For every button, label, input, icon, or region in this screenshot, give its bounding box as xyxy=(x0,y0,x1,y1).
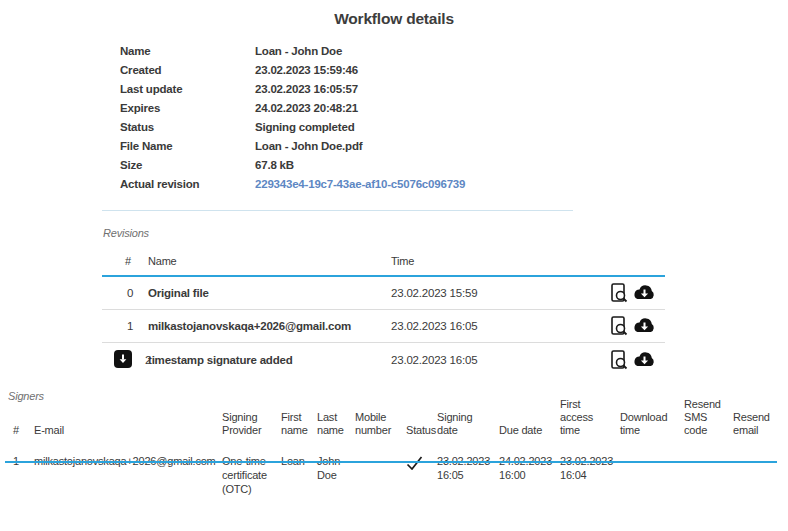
download-square-icon[interactable] xyxy=(114,350,132,368)
detail-row-name: Name Loan - John Doe xyxy=(120,41,580,60)
signer-signing-date: 23.02.2023 16:05 xyxy=(437,445,499,496)
column-header-signing-date: Signing date xyxy=(437,398,499,445)
detail-value: Loan - John Doe xyxy=(255,45,580,57)
document-search-icon[interactable] xyxy=(609,315,629,337)
column-header-first-name: First name xyxy=(281,398,317,445)
signer-provider: One-time certificate (OTC) xyxy=(222,445,281,496)
signer-number: 1 xyxy=(13,445,34,496)
detail-value: Loan - John Doe.pdf xyxy=(255,140,580,152)
document-search-icon[interactable] xyxy=(609,282,629,304)
column-header-resend-sms-code: Resend SMS code xyxy=(684,398,733,445)
document-search-icon[interactable] xyxy=(609,349,629,371)
detail-label: Actual revision xyxy=(120,178,255,190)
actual-revision-link[interactable]: 229343e4-19c7-43ae-af10-c5076c096739 xyxy=(255,178,580,190)
workflow-details-list: Name Loan - John Doe Created 23.02.2023 … xyxy=(120,41,580,193)
section-divider xyxy=(102,210,573,211)
cloud-download-icon[interactable] xyxy=(632,351,657,369)
column-header-name: Name xyxy=(148,255,177,267)
signer-row: 1 milkastojanovskaqa+2026@gmail.com One-… xyxy=(13,445,777,496)
detail-label: Size xyxy=(120,159,255,171)
revision-name: Original file xyxy=(148,277,209,309)
signer-first-name: Loan xyxy=(281,445,317,496)
column-header-status: Status xyxy=(406,398,437,445)
revision-number: 0 xyxy=(122,277,138,309)
detail-row-last-update: Last update 23.02.2023 16:05:57 xyxy=(120,79,580,98)
signer-resend-email xyxy=(733,445,777,496)
revisions-section-label: Revisions xyxy=(103,227,149,239)
cloud-download-icon[interactable] xyxy=(632,317,657,335)
detail-label: Created xyxy=(120,64,255,76)
signer-resend-sms xyxy=(684,445,733,496)
page-title: Workflow details xyxy=(0,10,788,28)
revisions-table-header: # Name Time xyxy=(102,247,665,277)
column-header-email: E-mail xyxy=(34,398,222,445)
revisions-table: # Name Time 0 Original file 23.02.2023 1… xyxy=(102,247,665,376)
detail-row-actual-revision: Actual revision 229343e4-19c7-43ae-af10-… xyxy=(120,174,580,193)
revision-row: 0 Original file 23.02.2023 15:59 xyxy=(102,277,665,310)
detail-row-file-name: File Name Loan - John Doe.pdf xyxy=(120,136,580,155)
revision-time: 23.02.2023 16:05 xyxy=(391,310,477,342)
column-header-time: Time xyxy=(391,255,414,267)
signer-last-name: John Doe xyxy=(317,445,355,496)
revision-name: timestamp signature added xyxy=(148,343,293,376)
column-header-num: # xyxy=(125,255,131,267)
signer-first-access-time: 23.02.2023 16:04 xyxy=(560,445,620,496)
signer-status-cell xyxy=(406,445,437,496)
signer-due-date: 24.02.2023 16:00 xyxy=(499,445,560,496)
signer-mobile: - xyxy=(355,445,406,496)
detail-value: 67.8 kB xyxy=(255,159,580,171)
revision-row: 1 milkastojanovskaqa+2026@gmail.com 23.0… xyxy=(102,310,665,343)
signer-email: milkastojanovskaqa+2026@gmail.com xyxy=(34,445,222,496)
signers-header-underline xyxy=(5,461,777,463)
revision-number: 1 xyxy=(122,310,138,342)
column-header-download-time: Download time xyxy=(620,398,684,445)
detail-label: Status xyxy=(120,121,255,133)
revision-time: 23.02.2023 15:59 xyxy=(391,277,477,309)
detail-label: Last update xyxy=(120,83,255,95)
detail-value: Signing completed xyxy=(255,121,580,133)
revision-time: 23.02.2023 16:05 xyxy=(391,343,477,376)
column-header-num: # xyxy=(13,398,34,445)
detail-label: Expires xyxy=(120,102,255,114)
column-header-signing-provider: Signing Provider xyxy=(222,398,281,445)
workflow-details-page: Workflow details Name Loan - John Doe Cr… xyxy=(0,0,788,531)
detail-value: 23.02.2023 15:59:46 xyxy=(255,64,580,76)
column-header-last-name: Last name xyxy=(317,398,355,445)
detail-label: File Name xyxy=(120,140,255,152)
column-header-first-access-time: First access time xyxy=(560,398,620,445)
revision-row-current: 2 timestamp signature added 23.02.2023 1… xyxy=(102,343,665,376)
detail-value: 23.02.2023 16:05:57 xyxy=(255,83,580,95)
revision-name: milkastojanovskaqa+2026@gmail.com xyxy=(148,310,351,342)
detail-value: 24.02.2023 20:48:21 xyxy=(255,102,580,114)
column-header-resend-email: Resend email xyxy=(733,398,777,445)
detail-row-expires: Expires 24.02.2023 20:48:21 xyxy=(120,98,580,117)
detail-row-status: Status Signing completed xyxy=(120,117,580,136)
column-header-due-date: Due date xyxy=(499,398,560,445)
detail-label: Name xyxy=(120,45,255,57)
detail-row-size: Size 67.8 kB xyxy=(120,155,580,174)
signers-header-row: # E-mail Signing Provider First name Las… xyxy=(13,398,777,445)
signers-table: # E-mail Signing Provider First name Las… xyxy=(13,398,777,496)
column-header-mobile-number: Mobile number xyxy=(355,398,406,445)
signer-download-time: - xyxy=(620,445,684,496)
detail-row-created: Created 23.02.2023 15:59:46 xyxy=(120,60,580,79)
cloud-download-icon[interactable] xyxy=(632,284,657,302)
